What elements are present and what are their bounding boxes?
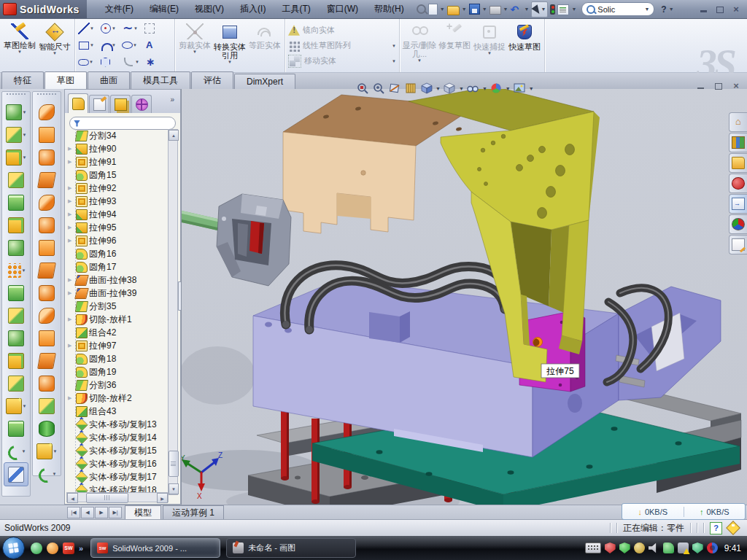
tree-item[interactable]: 圆角17: [66, 260, 169, 273]
sketch-entity-button[interactable]: [100, 38, 122, 52]
expand-arrow-icon[interactable]: [68, 146, 74, 152]
messenger-quicklaunch-icon[interactable]: [31, 542, 42, 554]
toolbar-button[interactable]: [33, 123, 61, 146]
hide-show-items-icon[interactable]: [466, 82, 480, 96]
sketch-entity-button[interactable]: [100, 55, 122, 69]
tree-item[interactable]: 实体-移动/复制14: [66, 431, 169, 444]
expand-arrow-icon[interactable]: [68, 159, 74, 165]
tree-item[interactable]: 分割35: [66, 300, 169, 313]
scroll-right-icon[interactable]: ▶: [157, 493, 168, 503]
toolbar-button[interactable]: [2, 236, 30, 259]
command-dropdown-icon[interactable]: [193, 50, 197, 55]
sketch-entity-button[interactable]: [78, 38, 100, 52]
tree-item[interactable]: 分割34: [66, 129, 169, 142]
scrollbar-thumb[interactable]: [86, 493, 128, 503]
toolbar-button[interactable]: [33, 349, 61, 372]
tree-item[interactable]: 曲面-拉伸38: [66, 273, 169, 287]
tree-item[interactable]: 拉伸93: [66, 195, 169, 208]
zoom-fit-icon[interactable]: [355, 82, 369, 96]
toolbar-dropdown-icon[interactable]: [23, 133, 27, 137]
tree-item[interactable]: 拉伸90: [66, 142, 169, 155]
filter-input[interactable]: [69, 117, 176, 130]
tray-icon[interactable]: [707, 542, 718, 553]
toolbar-button[interactable]: [33, 168, 61, 191]
ribbon-tab[interactable]: 草图: [44, 71, 87, 90]
tree-item[interactable]: 拉伸97: [66, 339, 169, 352]
toolbar-button[interactable]: [2, 372, 30, 394]
menu-item[interactable]: 工具(T): [274, 0, 318, 18]
solidworks-quicklaunch-icon[interactable]: SW: [63, 542, 74, 554]
scroll-up-icon[interactable]: ▲: [169, 130, 179, 141]
command-dropdown-icon[interactable]: [18, 50, 22, 55]
expand-arrow-icon[interactable]: [68, 238, 74, 244]
antivirus-quicklaunch-icon[interactable]: [47, 542, 58, 554]
minimize-button[interactable]: [699, 5, 709, 14]
command-button[interactable]: 线性草图阵列: [288, 39, 396, 52]
pin-icon[interactable]: [417, 4, 426, 14]
options-icon[interactable]: [557, 4, 569, 15]
ribbon-tab[interactable]: DimXpert: [234, 74, 295, 89]
entity-dropdown-icon[interactable]: [89, 60, 93, 64]
command-button[interactable]: 显示/删除几...: [402, 20, 437, 71]
graphics-viewport[interactable]: Y Z X 拉伸75 ▼ ▼ ▼ ▼ ▼: [181, 89, 747, 505]
tray-icon[interactable]: [663, 542, 674, 553]
toolbar-button[interactable]: [33, 236, 61, 259]
sketch-entity-button[interactable]: [144, 55, 166, 69]
restore-button[interactable]: [715, 5, 725, 14]
start-button[interactable]: [2, 537, 25, 559]
task-pane-tab[interactable]: [729, 133, 747, 152]
toolbar-button[interactable]: [33, 394, 61, 417]
toolbar-dropdown-icon[interactable]: [53, 449, 58, 454]
print-dropdown-icon[interactable]: ▼: [503, 7, 508, 12]
manager-tab[interactable]: [89, 95, 109, 113]
toolbar-button[interactable]: [2, 101, 30, 123]
task-pane-tab[interactable]: [729, 153, 747, 173]
sprue-clamp-part[interactable]: [182, 194, 291, 286]
tree-item[interactable]: 切除-放样1: [66, 313, 169, 326]
entity-dropdown-icon[interactable]: [90, 26, 94, 31]
tree-item[interactable]: 拉伸92: [66, 182, 169, 195]
tray-icon[interactable]: [605, 542, 616, 553]
tray-icon[interactable]: [649, 542, 659, 553]
ribbon-tab[interactable]: 特征: [1, 71, 44, 89]
toolbar-dropdown-icon[interactable]: [22, 268, 26, 273]
task-pane-tab[interactable]: ⌂: [729, 112, 747, 132]
toolbar-button[interactable]: [2, 327, 30, 349]
expand-arrow-icon[interactable]: [68, 343, 74, 349]
clock[interactable]: 9:41: [724, 543, 741, 553]
hide-show-dropdown-icon[interactable]: ▼: [482, 86, 487, 91]
toolbar-dropdown-icon[interactable]: [23, 155, 27, 160]
quick-tips-icon[interactable]: ?: [710, 522, 722, 534]
tree-item[interactable]: 圆角19: [66, 365, 169, 378]
display-style-icon[interactable]: [443, 82, 457, 96]
toolbar-button[interactable]: [33, 101, 61, 123]
ribbon-tab[interactable]: 模具工具: [131, 71, 190, 89]
search-box[interactable]: Solic ▼: [581, 2, 654, 16]
toolbar-dropdown-icon[interactable]: [23, 404, 27, 408]
command-button[interactable]: 转换实体引用: [212, 20, 247, 71]
toolbar-button[interactable]: [2, 123, 30, 146]
menu-item[interactable]: 窗口(W): [319, 0, 366, 18]
toolbar-button[interactable]: [2, 168, 30, 191]
toolbar-button[interactable]: [33, 304, 61, 327]
sketch-entity-button[interactable]: [122, 38, 144, 52]
toolbar-button[interactable]: [33, 281, 61, 304]
sketch-entity-button[interactable]: [100, 21, 122, 36]
scroll-left-icon[interactable]: ◀: [67, 493, 78, 503]
scroll-down-icon[interactable]: ▼: [169, 483, 179, 494]
expand-arrow-icon[interactable]: [68, 211, 74, 217]
document-tab[interactable]: 模型: [125, 505, 161, 519]
toolbar-button[interactable]: [2, 349, 30, 372]
toolbar-button[interactable]: [2, 214, 30, 236]
toolbar-button[interactable]: [33, 146, 61, 168]
close-button[interactable]: ×: [731, 5, 741, 14]
expand-arrow-icon[interactable]: [68, 290, 74, 296]
print-icon[interactable]: [489, 6, 501, 15]
command-button[interactable]: 修复草图: [437, 20, 472, 71]
toolbar-button[interactable]: [2, 259, 30, 281]
toolbar-button[interactable]: [2, 440, 30, 462]
entity-dropdown-icon[interactable]: [112, 26, 116, 31]
entity-dropdown-icon[interactable]: [133, 43, 137, 47]
sketch-entity-button[interactable]: [78, 55, 100, 69]
tree-item[interactable]: 组合42: [66, 326, 169, 339]
